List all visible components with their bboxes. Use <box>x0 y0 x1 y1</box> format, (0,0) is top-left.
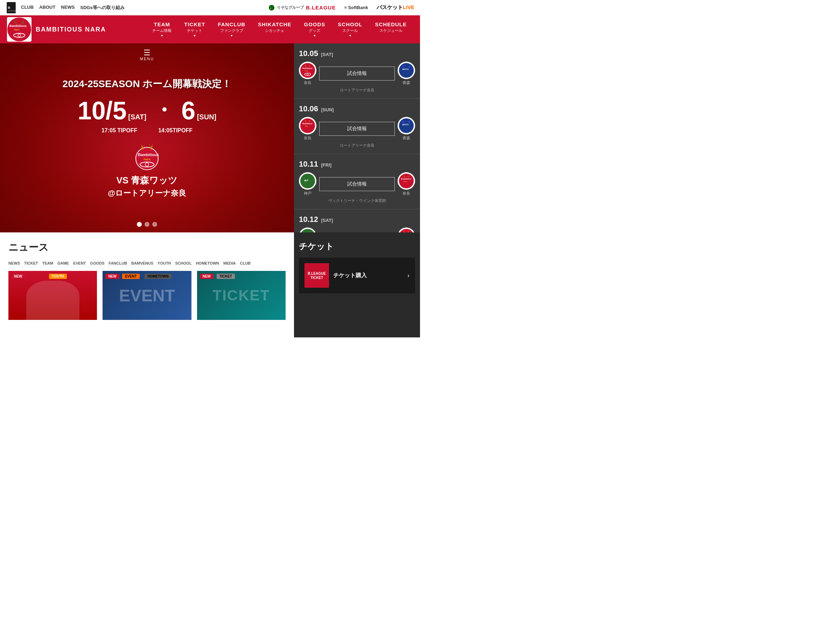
schedule-item-4: 10.12 [SAT] 神戸 神戸 試合情報 <box>294 209 420 232</box>
home-team-name-1: 奈良 <box>299 80 316 85</box>
hero-dates: 10/5 [SAT] ・ 6 [SUN] <box>63 96 232 125</box>
nav-sdgs[interactable]: SDGs等への取り組み <box>80 5 124 11</box>
svg-text:Bambitious: Bambitious <box>302 123 313 125</box>
hero-vs-text: VS 青森ワッツ <box>63 174 232 186</box>
nav-links: TEAM チーム情報 ▼ TICKET チケット ▼ FANCLUB ファンクラ… <box>146 21 413 38</box>
filter-media[interactable]: MEDIA <box>223 261 235 265</box>
hero-date-1: 10/5 [SAT] <box>78 98 146 123</box>
svg-point-19 <box>306 74 308 75</box>
svg-text:Bambitious: Bambitious <box>9 24 27 28</box>
svg-text:B: B <box>8 6 10 9</box>
match-row-3: 神戸 神戸 試合情報 Bambitious Nara <box>299 172 415 196</box>
away-team-name-3: 奈良 <box>398 191 415 196</box>
slide-dot-2[interactable] <box>145 222 150 227</box>
main-nav: Bambitious Nara BAMBITIOUS NARA TEAM チーム… <box>0 16 420 43</box>
badge-new-1: NEW <box>11 274 25 279</box>
nav-news[interactable]: NEWS <box>61 5 74 11</box>
top-bar: B LEAGUE CLUB ABOUT NEWS SDGs等への取り組み r り… <box>0 0 420 16</box>
schedule-sidebar: 10.05 [SAT] Bambitious Nara <box>294 43 420 232</box>
schedule-item-3: 10.11 [FRI] 神戸 神戸 試合情報 <box>294 154 420 209</box>
nav-ticket[interactable]: TICKET チケット ▼ <box>178 21 212 38</box>
slide-dot-3[interactable] <box>152 222 157 227</box>
filter-youth[interactable]: YOUTH <box>158 261 171 265</box>
match-row-1: Bambitious Nara 奈良 試合情報 <box>299 62 415 85</box>
match-info-btn-3[interactable]: 試合情報 <box>319 177 395 191</box>
nav-about[interactable]: ABOUT <box>39 5 55 11</box>
svg-text:r: r <box>270 7 271 10</box>
hero-section: ☰ MENU 2024-25SEASON ホーム開幕戦決定！ 10/5 [SAT… <box>0 43 420 232</box>
svg-text:Bambitious: Bambitious <box>302 67 313 69</box>
resona-bleague-sponsor: r りそなグループ B.LEAGUE <box>268 5 336 11</box>
filter-bamvenus[interactable]: BAMVENUS <box>131 261 153 265</box>
away-team-2: WATTS 青森 <box>398 117 415 141</box>
match-date-4: 10.12 [SAT] <box>299 215 415 224</box>
match-row-2: Bambitious Nara 奈良 試合情報 WATTS <box>299 117 415 141</box>
nav-shikatche[interactable]: SHIKATCHE シカッチェ <box>252 21 297 38</box>
filter-ticket[interactable]: TICKET <box>24 261 38 265</box>
nav-fanclub[interactable]: FANCLUB ファンクラブ ▼ <box>212 21 252 38</box>
match-date-2: 10.06 [SUN] <box>299 104 415 114</box>
nav-team[interactable]: TEAM チーム情報 ▼ <box>146 21 178 38</box>
away-team-logo-1: WATTS <box>398 62 415 79</box>
news-card-1[interactable]: NEW YOUTH <box>8 271 97 320</box>
nav-schedule[interactable]: SCHEDULE スケジュール <box>369 21 413 38</box>
home-team-3: 神戸 神戸 <box>299 172 316 196</box>
match-info-btn-1[interactable]: 試合情報 <box>319 66 395 81</box>
bleague-logo-icon: B LEAGUE <box>6 2 17 13</box>
ticket-purchase-card[interactable]: B.LEAGUE TICKET チケット購入 › <box>299 257 415 293</box>
svg-text:Nara: Nara <box>404 181 407 182</box>
hero-title: 2024-25SEASON ホーム開幕戦決定！ <box>63 77 232 91</box>
nav-club[interactable]: CLUB <box>21 5 33 11</box>
bleague-logo-line1: B.LEAGUE <box>308 272 326 276</box>
match-info-btn-2[interactable]: 試合情報 <box>319 122 395 136</box>
news-header: ニュース NEWS TICKET TEAM GAME EVENT GOODS F… <box>8 241 286 265</box>
filter-team[interactable]: TEAM <box>43 261 53 265</box>
filter-news[interactable]: NEWS <box>8 261 20 265</box>
filter-school[interactable]: SCHOOL <box>175 261 192 265</box>
hamburger-icon: ☰ <box>140 49 154 57</box>
filter-fanclub[interactable]: FANCLUB <box>109 261 127 265</box>
top-bar-left: B LEAGUE CLUB ABOUT NEWS SDGs等への取り組み <box>6 2 125 13</box>
nav-school[interactable]: SCHOOL スクール ▼ <box>332 21 369 38</box>
badge-youth-1: YOUTH <box>49 274 67 279</box>
filter-goods[interactable]: GOODS <box>90 261 105 265</box>
filter-game[interactable]: GAME <box>57 261 69 265</box>
svg-point-14 <box>145 163 149 166</box>
svg-text:Nara: Nara <box>144 158 150 161</box>
menu-button[interactable]: ☰ MENU <box>140 49 154 61</box>
svg-text:Bambitious: Bambitious <box>401 178 411 180</box>
slide-dot-1[interactable] <box>137 222 142 227</box>
svg-text:WATTS: WATTS <box>403 68 409 70</box>
filter-hometown[interactable]: HOMETOWN <box>196 261 219 265</box>
basketlive-sponsor: バスケットLIVE <box>377 4 414 11</box>
ticket-purchase-label[interactable]: チケット購入 <box>333 272 367 279</box>
news-filter-bar: NEWS TICKET TEAM GAME EVENT GOODS FANCLU… <box>8 261 251 265</box>
home-team-2: Bambitious Nara 奈良 <box>299 117 316 141</box>
top-bar-sponsors: r りそなグループ B.LEAGUE ≡ SoftBank バスケットLIVE <box>268 4 414 11</box>
news-cards: NEW YOUTH EVENT NEW EVENT HOMETOWN <box>8 271 286 320</box>
tipoff-1: 17:05 TIPOFF <box>101 127 137 134</box>
ticket-arrow-icon: › <box>407 272 409 279</box>
badge-event-2: EVENT <box>122 274 139 279</box>
filter-event[interactable]: EVENT <box>73 261 86 265</box>
badge-hometown-2: HOMETOWN <box>145 274 171 279</box>
home-team-name-3: 神戸 <box>299 191 316 196</box>
svg-text:Nara: Nara <box>14 28 19 31</box>
news-card-3[interactable]: TICKET NEW TICKET <box>197 271 286 320</box>
date1-number: 10/5 <box>78 96 127 125</box>
filter-club[interactable]: CLUB <box>240 261 251 265</box>
hero-main: ☰ MENU 2024-25SEASON ホーム開幕戦決定！ 10/5 [SAT… <box>0 43 294 232</box>
match-venue-1: ロートアリーナ奈良 <box>299 87 415 93</box>
softbank-sponsor: ≡ SoftBank <box>344 5 368 10</box>
svg-text:神戸: 神戸 <box>304 179 308 182</box>
person-silhouette-1 <box>26 281 79 320</box>
svg-text:Nara: Nara <box>305 70 308 72</box>
match-date-3: 10.11 [FRI] <box>299 159 415 169</box>
team-logo: Bambitious Nara <box>7 17 32 42</box>
home-team-logo-4: 神戸 <box>299 227 316 232</box>
nav-goods[interactable]: GOODS グッズ ▼ <box>297 21 332 38</box>
date-separator: ・ <box>153 96 174 125</box>
news-card-2[interactable]: EVENT NEW EVENT HOMETOWN <box>103 271 191 320</box>
schedule-item-2: 10.06 [SUN] Bambitious Nara 奈良 <box>294 99 420 154</box>
news-card-img-1: NEW YOUTH <box>8 271 97 320</box>
